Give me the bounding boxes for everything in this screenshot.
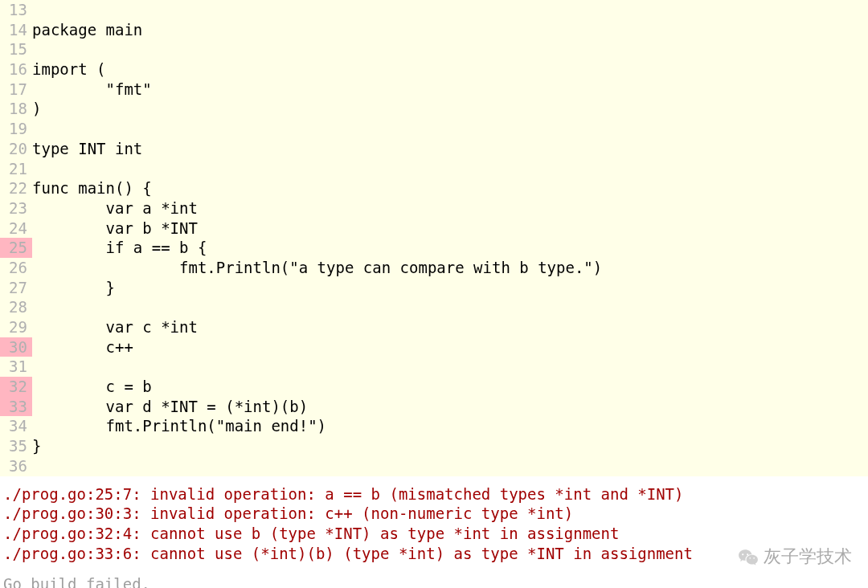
code-text: type INT int bbox=[32, 139, 868, 159]
line-number: 33 bbox=[0, 397, 32, 417]
code-line: 22func main() { bbox=[0, 178, 868, 198]
code-text: package main bbox=[32, 20, 868, 40]
code-line: 30 c++ bbox=[0, 337, 868, 357]
code-line: 33 var d *INT = (*int)(b) bbox=[0, 397, 868, 417]
code-text: } bbox=[32, 436, 868, 456]
code-text: var b *INT bbox=[32, 218, 868, 239]
line-number: 24 bbox=[0, 218, 32, 239]
code-text: var c *int bbox=[32, 317, 868, 337]
compiler-error: ./prog.go:33:6: cannot use (*int)(b) (ty… bbox=[3, 544, 865, 564]
code-line: 27 } bbox=[0, 278, 868, 298]
compiler-error: ./prog.go:30:3: invalid operation: c++ (… bbox=[3, 504, 865, 524]
line-number: 15 bbox=[0, 39, 32, 59]
code-line: 14package main bbox=[0, 20, 868, 40]
code-line: 24 var b *INT bbox=[0, 218, 868, 239]
code-text: c = b bbox=[32, 377, 868, 397]
line-number: 19 bbox=[0, 119, 32, 139]
compiler-error: ./prog.go:25:7: invalid operation: a == … bbox=[3, 484, 865, 504]
code-text: var d *INT = (*int)(b) bbox=[32, 397, 868, 417]
line-number: 31 bbox=[0, 357, 32, 377]
code-line: 32 c = b bbox=[0, 377, 868, 397]
line-number: 34 bbox=[0, 416, 32, 436]
line-number: 27 bbox=[0, 278, 32, 298]
code-editor: 1314package main1516import (17 "fmt"18)1… bbox=[0, 0, 868, 476]
line-number: 32 bbox=[0, 377, 32, 397]
code-text: } bbox=[32, 278, 868, 298]
code-text: ) bbox=[32, 99, 868, 119]
line-number: 26 bbox=[0, 258, 32, 278]
line-number: 23 bbox=[0, 198, 32, 218]
code-line: 20type INT int bbox=[0, 139, 868, 159]
code-text: func main() { bbox=[32, 178, 868, 198]
code-line: 25 if a == b { bbox=[0, 238, 868, 258]
line-number: 29 bbox=[0, 317, 32, 337]
line-number: 18 bbox=[0, 99, 32, 119]
code-line: 19 bbox=[0, 119, 868, 139]
code-line: 15 bbox=[0, 39, 868, 59]
code-text: var a *int bbox=[32, 198, 868, 218]
code-text: fmt.Println("main end!") bbox=[32, 416, 868, 436]
line-number: 25 bbox=[0, 238, 32, 258]
code-line: 21 bbox=[0, 159, 868, 179]
code-line: 31 bbox=[0, 357, 868, 377]
line-number: 13 bbox=[0, 0, 32, 20]
code-text: "fmt" bbox=[32, 80, 868, 100]
code-text: if a == b { bbox=[32, 238, 868, 258]
line-number: 28 bbox=[0, 297, 32, 317]
code-line: 35} bbox=[0, 436, 868, 456]
line-number: 20 bbox=[0, 139, 32, 159]
code-text: fmt.Println("a type can compare with b t… bbox=[32, 258, 868, 278]
line-number: 17 bbox=[0, 80, 32, 100]
code-line: 28 bbox=[0, 297, 868, 317]
code-line: 18) bbox=[0, 99, 868, 119]
compiler-error: ./prog.go:32:4: cannot use b (type *INT)… bbox=[3, 524, 865, 544]
line-number: 16 bbox=[0, 59, 32, 80]
line-number: 21 bbox=[0, 159, 32, 179]
code-line: 36 bbox=[0, 456, 868, 476]
compiler-output: ./prog.go:25:7: invalid operation: a == … bbox=[0, 476, 868, 589]
line-number: 30 bbox=[0, 337, 32, 357]
code-line: 26 fmt.Println("a type can compare with … bbox=[0, 258, 868, 278]
code-line: 13 bbox=[0, 0, 868, 20]
code-text: import ( bbox=[32, 59, 868, 80]
code-line: 16import ( bbox=[0, 59, 868, 80]
code-line: 23 var a *int bbox=[0, 198, 868, 218]
line-number: 22 bbox=[0, 178, 32, 198]
line-number: 14 bbox=[0, 20, 32, 40]
build-status: Go build failed. bbox=[3, 574, 865, 588]
code-line: 34 fmt.Println("main end!") bbox=[0, 416, 868, 436]
line-number: 35 bbox=[0, 436, 32, 456]
line-number: 36 bbox=[0, 456, 32, 476]
code-line: 29 var c *int bbox=[0, 317, 868, 337]
code-text: c++ bbox=[32, 337, 868, 357]
code-line: 17 "fmt" bbox=[0, 80, 868, 100]
